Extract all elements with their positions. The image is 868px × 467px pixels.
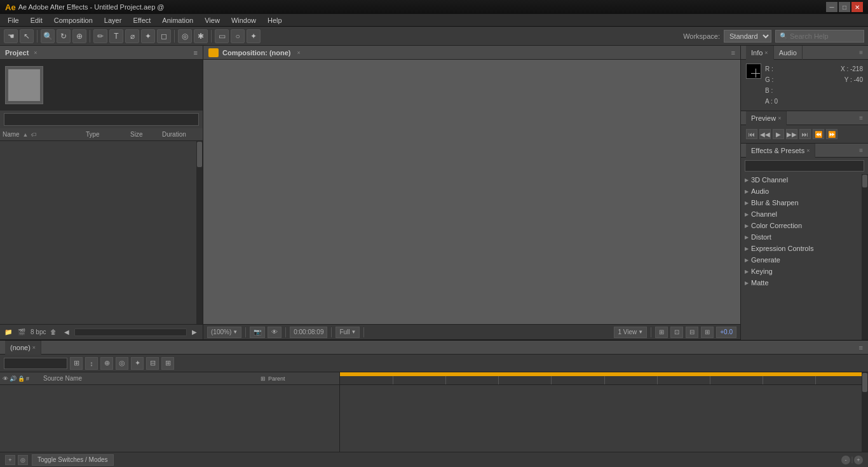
maximize-button[interactable]: □ <box>839 2 850 12</box>
3d-view[interactable]: ⊞ <box>701 327 714 338</box>
preview-last-frame[interactable]: ⏭ <box>799 129 811 139</box>
effect-blur-sharpen[interactable]: ▶ Blur & Sharpen <box>741 197 868 208</box>
snapshot-button[interactable]: 📷 <box>250 327 265 338</box>
minimize-button[interactable]: ─ <box>826 2 837 12</box>
new-folder-button[interactable]: 📁 <box>3 327 14 338</box>
tool-roto[interactable]: ◎ <box>178 29 192 43</box>
tl-btn-6[interactable]: ⊟ <box>146 357 159 370</box>
tl-btn-3[interactable]: ⊕ <box>100 357 113 370</box>
tab-preview[interactable]: Preview × <box>746 111 787 125</box>
tool-rotate[interactable]: ↻ <box>57 29 71 43</box>
tab-timeline-close[interactable]: × <box>32 344 36 351</box>
project-panel-close[interactable]: × <box>34 50 37 56</box>
menu-composition[interactable]: Composition <box>49 15 98 25</box>
tl-btn-7[interactable]: ⊞ <box>161 357 174 370</box>
tab-preview-close[interactable]: × <box>778 115 781 121</box>
project-scroll-thumb[interactable] <box>197 142 202 167</box>
tab-effects[interactable]: Effects & Presets × <box>746 144 815 158</box>
effect-channel[interactable]: ▶ Channel <box>741 208 868 220</box>
tl-btn-1[interactable]: ⊞ <box>70 357 83 370</box>
info-panel-menu[interactable]: ≡ <box>859 49 863 56</box>
tool-puppet[interactable]: ✱ <box>194 29 208 43</box>
tool-hand[interactable]: ☚ <box>4 29 18 43</box>
preview-play[interactable]: ▶ <box>773 129 784 139</box>
tool-shape-ellipse[interactable]: ○ <box>231 29 245 43</box>
tool-zoom[interactable]: 🔍 <box>41 29 55 43</box>
menu-view[interactable]: View <box>200 15 225 25</box>
menu-animation[interactable]: Animation <box>157 15 198 25</box>
effect-audio[interactable]: ▶ Audio <box>741 186 868 197</box>
effect-color-correction[interactable]: ▶ Color Correction <box>741 220 868 231</box>
effects-search-input[interactable] <box>745 160 864 172</box>
effects-scroll-track[interactable] <box>862 174 868 340</box>
search-help-box[interactable]: 🔍 <box>775 30 864 43</box>
menu-help[interactable]: Help <box>262 15 287 25</box>
menu-window[interactable]: Window <box>226 15 261 25</box>
workspace-select[interactable]: Standard <box>724 30 771 43</box>
timeline-panel-menu[interactable]: ≡ <box>859 344 863 351</box>
show-snapshot-button[interactable]: 👁 <box>268 327 281 338</box>
project-panel-menu[interactable]: ≡ <box>194 49 198 57</box>
zoom-in-button[interactable]: + <box>854 456 863 464</box>
menu-file[interactable]: File <box>3 15 24 25</box>
preview-first-frame[interactable]: ⏮ <box>746 129 757 139</box>
tab-timeline[interactable]: (none) × <box>5 341 41 355</box>
delete-button[interactable]: 🗑 <box>48 327 59 338</box>
tool-shape-star[interactable]: ✦ <box>247 29 261 43</box>
tab-info[interactable]: Info × <box>746 46 774 60</box>
close-button[interactable]: ✕ <box>851 2 863 12</box>
next-frame-button[interactable]: ▶ <box>189 327 200 338</box>
effects-panel-menu[interactable]: ≡ <box>859 147 863 154</box>
views-select[interactable]: 1 View ▼ <box>614 327 647 338</box>
menu-edit[interactable]: Edit <box>25 15 48 25</box>
prev-frame-button[interactable]: ◀ <box>61 327 72 338</box>
effects-scroll-thumb[interactable] <box>862 175 867 187</box>
tool-select[interactable]: ↖ <box>20 29 34 43</box>
new-comp-button[interactable]: 🎬 <box>16 327 27 338</box>
time-display[interactable]: 0:00:08:09 <box>290 327 327 338</box>
tl-btn-4[interactable]: ◎ <box>116 357 128 370</box>
menu-effect[interactable]: Effect <box>128 15 156 25</box>
tool-eraser[interactable]: ◻ <box>157 29 171 43</box>
preview-ram-back[interactable]: ⏪ <box>813 129 824 139</box>
comp-panel-menu[interactable]: ≡ <box>731 49 735 57</box>
tool-pen[interactable]: ✏ <box>93 29 107 43</box>
search-help-input[interactable] <box>790 32 860 40</box>
toggle-switches-button[interactable]: Toggle Switches / Modes <box>32 454 114 466</box>
tool-brush[interactable]: ⌀ <box>125 29 139 43</box>
new-layer-button[interactable]: + <box>5 455 15 465</box>
quality-select[interactable]: Full ▼ <box>336 327 360 338</box>
project-scroll-track[interactable] <box>196 141 203 324</box>
effect-expression-controls[interactable]: ▶ Expression Controls <box>741 243 868 254</box>
preview-next-frame[interactable]: ▶▶ <box>786 129 797 139</box>
timeline-v-scroll-thumb[interactable] <box>862 373 867 392</box>
effect-3d-channel[interactable]: ▶ 3D Channel <box>741 174 868 186</box>
tool-unified[interactable]: ⊕ <box>72 29 86 43</box>
timeline-v-scroll[interactable] <box>862 372 868 452</box>
comp-panel-close[interactable]: × <box>297 50 301 56</box>
tab-audio[interactable]: Audio <box>774 46 803 60</box>
tl-btn-2[interactable]: ↕ <box>85 357 98 370</box>
tab-effects-close[interactable]: × <box>806 147 810 154</box>
zoom-out-button[interactable]: - <box>841 456 850 464</box>
menu-layer[interactable]: Layer <box>99 15 127 25</box>
grid-toggle[interactable]: ⊞ <box>655 327 668 338</box>
project-scrollbar[interactable] <box>74 328 187 336</box>
timeline-h-scroll[interactable] <box>851 456 853 464</box>
tool-shape-rect[interactable]: ▭ <box>215 29 229 43</box>
tl-btn-5[interactable]: ✦ <box>131 357 144 370</box>
effect-matte[interactable]: ▶ Matte <box>741 277 868 288</box>
pixel-aspect[interactable]: ⊡ <box>670 327 683 338</box>
render-button[interactable]: +0.0 <box>716 327 736 338</box>
preview-ram-fwd[interactable]: ⏩ <box>826 129 837 139</box>
effect-distort[interactable]: ▶ Distort <box>741 231 868 243</box>
project-search-input[interactable] <box>4 113 199 126</box>
timeline-search-input[interactable] <box>4 358 67 369</box>
comp-marker-button[interactable]: ◎ <box>18 455 28 465</box>
effect-keying[interactable]: ▶ Keying <box>741 266 868 277</box>
tool-stamp[interactable]: ✦ <box>141 29 155 43</box>
tool-text[interactable]: T <box>109 29 123 43</box>
preview-prev-frame[interactable]: ◀◀ <box>759 129 771 139</box>
zoom-level[interactable]: (100%) ▼ <box>207 327 241 338</box>
preview-panel-menu[interactable]: ≡ <box>859 114 863 121</box>
